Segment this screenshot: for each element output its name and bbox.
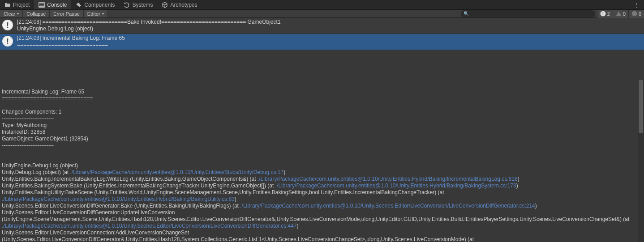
error-pause-button[interactable]: Error Pause bbox=[50, 10, 84, 17]
svg-text:!: ! bbox=[6, 21, 9, 30]
tab-label: Console bbox=[47, 2, 67, 8]
warn-count: 0 bbox=[623, 11, 626, 17]
scrollbar-thumb[interactable] bbox=[639, 80, 643, 133]
stack-line: Unity.Entities.BakingUtility:BakeScene (… bbox=[2, 189, 446, 195]
puzzle-icon bbox=[76, 2, 82, 8]
stack-line: Unity.Entities.BakingSystem:Bake (Unity.… bbox=[2, 183, 275, 189]
tab-menu-icon[interactable]: ⋮ bbox=[629, 1, 644, 8]
tab-label: Components bbox=[84, 2, 115, 8]
stack-link[interactable]: ./Library/PackageCache/com.unity.entitie… bbox=[258, 176, 518, 182]
stack-line: UnityEngine.Debug:Log (object) bbox=[2, 162, 78, 169]
stack-link[interactable]: ./Library/PackageCache/com.unity.entitie… bbox=[70, 169, 284, 175]
tab-systems[interactable]: Systems bbox=[119, 0, 157, 9]
stack-line: Unity.Scenes.Editor.LiveConversionDiffGe… bbox=[2, 209, 631, 222]
info-icon: ! bbox=[2, 35, 14, 47]
warn-counter[interactable]: 0 bbox=[613, 10, 628, 18]
tab-components[interactable]: Components bbox=[71, 0, 119, 9]
divider-line: ----------------------------- bbox=[2, 142, 54, 149]
type-line: Type: MyAuthoring bbox=[2, 122, 47, 128]
info-count: 2 bbox=[607, 11, 610, 17]
log-entry[interactable]: ! [21:24:08] ===========================… bbox=[0, 18, 644, 34]
tab-label: Project bbox=[13, 2, 30, 8]
info-icon: ! bbox=[2, 19, 14, 31]
info-counter[interactable]: ! 2 bbox=[597, 10, 613, 18]
error-counter[interactable]: 0 bbox=[628, 10, 644, 18]
log-entry-text: [21:24:08] ===========================Ba… bbox=[17, 19, 281, 32]
stack-line: Unity.Debug:Log (object) (at bbox=[2, 169, 70, 175]
warning-icon bbox=[616, 11, 622, 17]
svg-text:!: ! bbox=[602, 11, 603, 16]
tab-bar: Project Console Components Systems Arche… bbox=[0, 0, 644, 10]
stack-trace-panel: Incremental Baking Log: Frame 65 =======… bbox=[0, 79, 638, 242]
console-icon bbox=[39, 2, 45, 8]
error-icon bbox=[631, 11, 637, 17]
log-entry-text: [21:24:08] Incremental Baking Log: Frame… bbox=[17, 35, 125, 48]
collapse-button[interactable]: Collapse bbox=[23, 10, 50, 17]
stack-link[interactable]: ./Library/PackageCache/com.unity.entitie… bbox=[2, 196, 235, 202]
tab-project[interactable]: Project bbox=[0, 0, 34, 9]
vertical-scrollbar[interactable] bbox=[638, 79, 644, 242]
svg-rect-3 bbox=[39, 5, 44, 6]
instance-line: InstanceID: 32858 bbox=[2, 129, 45, 135]
tab-label: Systems bbox=[132, 2, 153, 8]
folder-icon bbox=[4, 2, 11, 8]
editor-dropdown[interactable]: Editor bbox=[84, 10, 108, 17]
tab-label: Archetypes bbox=[170, 2, 197, 8]
svg-rect-1 bbox=[39, 3, 44, 4]
stack-line: Unity.Scenes.Editor.LiveConversionConnec… bbox=[2, 229, 475, 242]
changed-components: Changed Components: 1 ------------------… bbox=[2, 109, 61, 122]
stack-link[interactable]: ./Library/PackageCache/com.unity.entitie… bbox=[2, 223, 297, 229]
stack-line: Unity.Scenes.Editor.LiveConversionDiffGe… bbox=[2, 203, 240, 209]
svg-text:!: ! bbox=[6, 37, 9, 46]
stack-link[interactable]: ./Library/PackageCache/com.unity.entitie… bbox=[240, 203, 535, 209]
log-entries: ! [21:24:08] ===========================… bbox=[0, 18, 644, 50]
log-entry[interactable]: ! [21:24:08] Incremental Baking Log: Fra… bbox=[0, 34, 644, 50]
cube-icon bbox=[162, 2, 168, 8]
error-count: 0 bbox=[639, 11, 641, 17]
svg-rect-2 bbox=[39, 4, 44, 5]
tab-console[interactable]: Console bbox=[34, 0, 71, 9]
cycle-icon bbox=[124, 2, 130, 8]
search-input[interactable] bbox=[471, 11, 592, 17]
search-icon: 🔍 bbox=[464, 11, 469, 16]
search-field[interactable]: 🔍 bbox=[461, 10, 595, 17]
detail-header: Incremental Baking Log: Frame 65 =======… bbox=[2, 89, 93, 102]
info-icon: ! bbox=[600, 11, 606, 17]
tab-archetypes[interactable]: Archetypes bbox=[157, 0, 202, 9]
clear-button[interactable]: Clear bbox=[0, 10, 23, 17]
stack-link[interactable]: ./Library/PackageCache/com.unity.entitie… bbox=[275, 183, 516, 189]
console-toolbar: Clear Collapse Error Pause Editor 🔍 ! 2 … bbox=[0, 10, 644, 18]
gameobject-line: GameObject: GameObject1 (32854) bbox=[2, 136, 88, 142]
stack-line: Unity.Entities.Baking.IncrementalBakingL… bbox=[2, 176, 258, 182]
